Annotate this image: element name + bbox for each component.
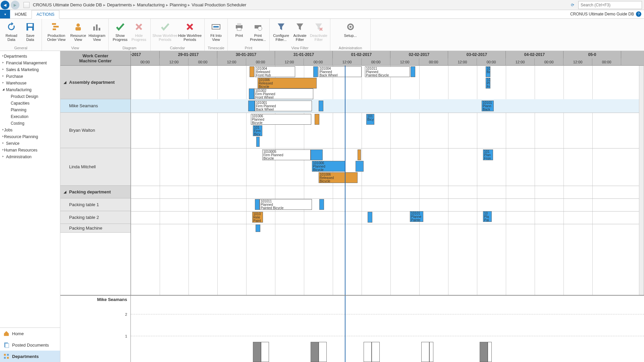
gantt-bar[interactable]: 101 Plan Fron: [483, 149, 493, 160]
gantt-bar[interactable]: 101006 Released Bicycle: [258, 78, 317, 88]
timeline-header: 28-01-201712:0000:0029-01-201712:0000:00…: [131, 51, 644, 66]
breadcrumb-departments[interactable]: Departments: [107, 2, 132, 7]
vertical-scrollbar[interactable]: [639, 66, 644, 295]
tree-planning[interactable]: Planning: [1, 107, 59, 113]
gantt-bar[interactable]: 1010005 Firm Planned Bicycle: [262, 149, 311, 160]
gantt-bar[interactable]: [368, 212, 372, 223]
print-button[interactable]: Print: [230, 20, 249, 45]
bottom-nav-home[interactable]: Home: [0, 328, 60, 339]
timeline-hour: 12:00: [448, 58, 477, 66]
gantt-bar[interactable]: [319, 101, 323, 111]
production-order-view-button[interactable]: Production Order View: [44, 20, 69, 45]
refresh-icon[interactable]: ⟳: [570, 2, 576, 8]
gantt-bar[interactable]: [256, 137, 260, 147]
gantt-bar[interactable]: [311, 149, 323, 160]
gantt-bar[interactable]: 101001 Firm Planned Back Wheel: [255, 101, 312, 111]
tree-financial[interactable]: Financial Management: [1, 60, 59, 66]
row-bryan-walton[interactable]: Bryan Walton: [60, 113, 130, 148]
gantt-bar[interactable]: 10 Pla Pai: [483, 211, 492, 222]
activate-filter-button[interactable]: Activate Filter: [290, 20, 309, 45]
gantt-bar[interactable]: [256, 225, 260, 232]
row-assembly-dept[interactable]: ◢Assembly department: [60, 66, 130, 99]
tree-purchase[interactable]: Purchase: [1, 73, 59, 80]
gantt-bar[interactable]: 101004 Released Front Hub: [255, 66, 295, 77]
timeline-hour: 00:00: [304, 58, 333, 66]
gantt-grid[interactable]: 28-01-201712:0000:0029-01-201712:0000:00…: [131, 51, 644, 295]
tab-home[interactable]: HOME: [10, 10, 32, 18]
gantt-bar[interactable]: 101 Firm Bicy: [253, 125, 262, 136]
save-data-button[interactable]: Save Data: [21, 20, 40, 45]
gantt-bar[interactable]: [315, 114, 319, 125]
gantt-bar[interactable]: [249, 88, 254, 99]
nav-back-button[interactable]: ◄: [1, 1, 9, 9]
resource-view-button[interactable]: Resource View: [69, 20, 88, 45]
tree-hr[interactable]: Human Resources: [1, 147, 59, 154]
svg-rect-7: [75, 27, 81, 31]
group-timescale-label: Timescale: [208, 45, 224, 50]
app-menu-button[interactable]: ▾: [0, 10, 10, 18]
tree-costing[interactable]: Costing: [1, 120, 59, 127]
gantt-bar[interactable]: 1010 Rele Paint: [252, 212, 263, 223]
row-linda-mitchell[interactable]: Linda Mitchell: [60, 148, 130, 186]
breadcrumb-planning[interactable]: Planning: [170, 2, 187, 7]
timeline-hour: 00:00: [189, 58, 217, 66]
tab-actions[interactable]: ACTIONS: [32, 10, 59, 19]
gantt-bar[interactable]: 101002 Firm Planned Front Wheel: [254, 88, 313, 99]
svg-rect-23: [4, 357, 6, 359]
row-packing-table-2[interactable]: Packing table 2: [60, 211, 130, 224]
tree-jobs[interactable]: Jobs: [1, 127, 59, 133]
histogram-view-button[interactable]: Histogram View: [88, 20, 106, 45]
gantt-bar[interactable]: 10101 Plann Back: [482, 101, 494, 111]
nav-forward-button[interactable]: ►: [11, 1, 19, 9]
histogram-left: Mike Seamans 2 1: [60, 296, 131, 362]
tree-capacities[interactable]: Capacities: [1, 100, 59, 107]
gantt-bar[interactable]: [319, 199, 324, 210]
tree-product-design[interactable]: Product Design: [1, 93, 59, 100]
gantt-bar[interactable]: 101004 Planned Back Wheel: [319, 66, 362, 77]
gantt-bar[interactable]: [313, 66, 318, 77]
gantt-bar[interactable]: 10 Pl Fr: [486, 78, 490, 88]
gantt-bar[interactable]: 10 Ba: [486, 66, 490, 77]
help-icon[interactable]: ?: [636, 11, 641, 17]
fit-into-view-button[interactable]: Fit Into View: [207, 20, 225, 45]
gantt-bar[interactable]: [255, 199, 260, 210]
row-mike-seamans[interactable]: Mike Seamans: [60, 99, 130, 113]
bottom-nav-departments[interactable]: Departments: [0, 351, 60, 362]
tree-manufacturing[interactable]: Manufacturing: [1, 86, 59, 93]
histogram-body[interactable]: [131, 296, 644, 362]
tree-service[interactable]: Service: [1, 140, 59, 147]
gantt-bar[interactable]: [358, 149, 361, 160]
hide-workfree-button[interactable]: Hide Workfree Periods: [177, 20, 202, 45]
breadcrumb-vps[interactable]: Visual Production Scheduler: [192, 2, 246, 7]
gantt-bar[interactable]: 101 Bicy: [366, 114, 374, 125]
tree-administration[interactable]: Administration: [1, 154, 59, 160]
gantt-bar[interactable]: 101006 Planned Bicycle: [312, 161, 345, 172]
tree-warehouse[interactable]: Warehouse: [1, 80, 59, 86]
breadcrumb-manufacturing[interactable]: Manufacturing: [137, 2, 164, 7]
tree-execution[interactable]: Execution: [1, 113, 59, 120]
row-packing-machine[interactable]: Packing Machine: [60, 224, 130, 233]
tree-resource-planning[interactable]: Resource Planning: [1, 133, 59, 140]
check-icon: [115, 21, 125, 32]
gantt-bar[interactable]: 101011 Planned Painted Bicycle: [260, 199, 312, 210]
configure-filter-button[interactable]: Configure Filter...: [272, 20, 290, 45]
row-packing-table-1[interactable]: Packing table 1: [60, 198, 130, 211]
gantt-bar[interactable]: [250, 66, 254, 77]
gantt-bar[interactable]: 101006 Planned Bicycle: [251, 114, 311, 125]
print-preview-button[interactable]: Print Preview...: [249, 20, 267, 45]
tree-sales[interactable]: Sales & Marketing: [1, 66, 59, 73]
gantt-bar[interactable]: [248, 101, 255, 111]
tree-departments[interactable]: Departments: [1, 53, 59, 60]
gantt-bar[interactable]: 10101 Planne Painte: [410, 211, 423, 222]
reload-data-button[interactable]: Reload Data: [2, 20, 21, 45]
bottom-nav-posted[interactable]: Posted Documents: [0, 339, 60, 351]
gantt-bar[interactable]: [411, 66, 415, 77]
search-input[interactable]: [578, 1, 642, 9]
breadcrumb-root[interactable]: CRONUS Ultimate Demo Guide DB: [33, 2, 102, 7]
show-progress-button[interactable]: Show Progress: [111, 20, 129, 45]
row-packing-dept[interactable]: ◢Packing department: [60, 186, 130, 198]
gantt-bar[interactable]: [356, 161, 364, 172]
gantt-bar[interactable]: 101006 Released Bicycle: [319, 172, 358, 183]
gantt-bar[interactable]: 101011 Planned Painted Bicycle: [365, 66, 410, 77]
setup-button[interactable]: Setup...: [341, 20, 360, 45]
